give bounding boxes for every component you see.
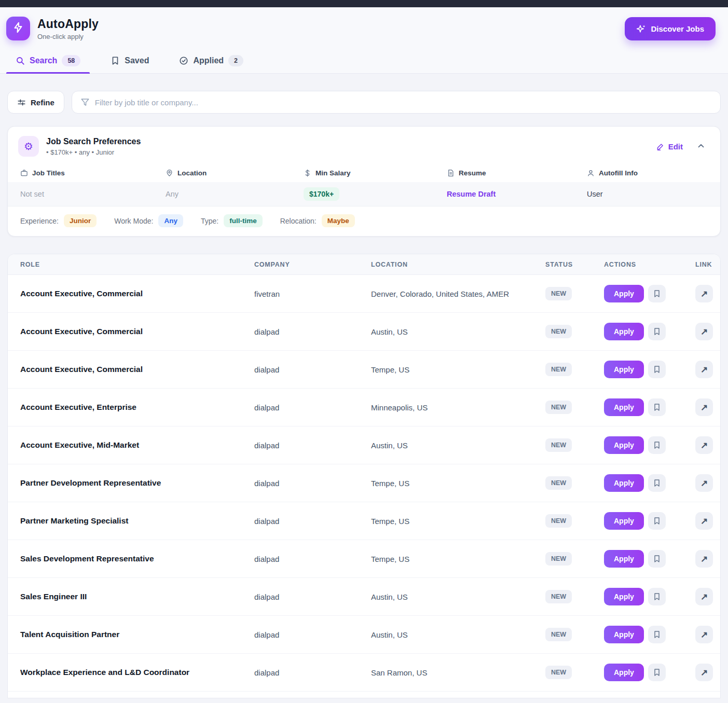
external-link-button[interactable]: ↗ [695, 512, 713, 530]
apply-button[interactable]: Apply [604, 512, 644, 530]
column-header-role: ROLE [20, 261, 254, 268]
job-company: dialpad [254, 517, 371, 526]
status-badge: NEW [545, 325, 572, 338]
sparkles-icon [636, 24, 646, 34]
filter-input-container [72, 91, 721, 114]
external-link-button[interactable]: ↗ [695, 323, 713, 340]
relocation-meta: Relocation: Maybe [280, 214, 355, 227]
status-badge: NEW [545, 401, 572, 414]
column-header-link: LINK [695, 261, 712, 268]
apply-button[interactable]: Apply [604, 588, 644, 605]
tab-search-label: Search [30, 56, 57, 65]
job-location: Tempe, US [371, 365, 545, 374]
apply-button[interactable]: Apply [604, 436, 644, 454]
job-role: Sales Engineer III [20, 592, 254, 601]
bookmark-icon [653, 403, 661, 411]
job-location: Tempe, US [371, 517, 545, 526]
discover-jobs-button[interactable]: Discover Jobs [625, 17, 716, 40]
job-role: Workplace Experience and L&D Coordinator [20, 668, 254, 677]
apply-button[interactable]: Apply [604, 398, 644, 416]
job-titles-value: Not set [20, 190, 44, 198]
funnel-icon [80, 98, 90, 107]
field-label-resume: Resume [447, 165, 587, 182]
table-row: Workplace Experience and L&D Coordinator… [8, 654, 720, 692]
job-company: dialpad [254, 365, 371, 374]
apply-button[interactable]: Apply [604, 361, 644, 378]
job-company: dialpad [254, 327, 371, 336]
bookmark-button[interactable] [648, 474, 666, 492]
work-mode-meta: Work Mode: Any [114, 214, 183, 227]
lightning-bolt-icon [12, 22, 24, 35]
app-tagline: One-click apply [37, 33, 99, 40]
external-link-arrow-icon: ↗ [700, 478, 708, 489]
external-link-button[interactable]: ↗ [695, 398, 713, 416]
job-location: San Ramon, US [371, 668, 545, 677]
bookmark-button[interactable] [648, 323, 666, 340]
bookmark-button[interactable] [648, 626, 666, 643]
external-link-arrow-icon: ↗ [700, 288, 708, 299]
partial-next-row [8, 692, 720, 698]
search-icon [16, 56, 25, 65]
apply-button[interactable]: Apply [604, 474, 644, 492]
job-role: Account Executive, Enterprise [20, 403, 254, 412]
table-body: Account Executive, Commercial fivetran D… [8, 275, 720, 692]
apply-button[interactable]: Apply [604, 550, 644, 568]
external-link-button[interactable]: ↗ [695, 285, 713, 302]
bookmark-button[interactable] [648, 361, 666, 378]
external-link-button[interactable]: ↗ [695, 664, 713, 681]
job-company: dialpad [254, 403, 371, 412]
bookmark-button[interactable] [648, 550, 666, 568]
field-label-autofill-info: Autofill Info [587, 165, 708, 182]
tab-saved[interactable]: Saved [101, 48, 158, 73]
field-label-location: Location [166, 165, 304, 182]
external-link-button[interactable]: ↗ [695, 361, 713, 378]
dollar-icon [304, 169, 311, 177]
job-location: Austin, US [371, 592, 545, 601]
job-company: dialpad [254, 555, 371, 563]
bookmark-button[interactable] [648, 588, 666, 605]
external-link-button[interactable]: ↗ [695, 626, 713, 643]
apply-button[interactable]: Apply [604, 664, 644, 681]
bookmark-icon [653, 290, 661, 298]
bookmark-button[interactable] [648, 512, 666, 530]
external-link-button[interactable]: ↗ [695, 550, 713, 568]
page-title: AutoApply [37, 17, 99, 31]
job-role: Account Executive, Mid-Market [20, 440, 254, 450]
external-link-button[interactable]: ↗ [695, 436, 713, 454]
status-badge: NEW [545, 438, 572, 452]
tab-search[interactable]: Search 58 [6, 48, 90, 73]
resume-link[interactable]: Resume Draft [447, 190, 496, 198]
job-location: Austin, US [371, 630, 545, 639]
job-location: Austin, US [371, 327, 545, 336]
external-link-button[interactable]: ↗ [695, 474, 713, 492]
column-header-company: COMPANY [254, 261, 371, 268]
job-location: Tempe, US [371, 479, 545, 488]
external-link-arrow-icon: ↗ [700, 364, 708, 375]
job-role: Partner Development Representative [20, 478, 254, 488]
job-location: Denver, Colorado, United States, AMER [371, 290, 545, 298]
briefcase-icon [20, 169, 28, 177]
filter-input[interactable] [95, 91, 712, 113]
bookmark-button[interactable] [648, 664, 666, 681]
apply-button[interactable]: Apply [604, 626, 644, 643]
bookmark-button[interactable] [648, 285, 666, 302]
external-link-button[interactable]: ↗ [695, 588, 713, 605]
job-location: Minneapolis, US [371, 403, 545, 412]
sliders-icon [17, 98, 26, 107]
column-header-actions: ACTIONS [604, 261, 695, 268]
status-badge: NEW [545, 476, 572, 490]
job-role: Talent Acquisition Partner [20, 630, 254, 639]
refine-button[interactable]: Refine [7, 91, 64, 114]
apply-button[interactable]: Apply [604, 323, 644, 340]
apply-button[interactable]: Apply [604, 285, 644, 302]
bookmark-icon [653, 668, 661, 677]
gear-icon: ⚙ [18, 136, 39, 157]
edit-preferences-button[interactable]: Edit [656, 142, 683, 151]
experience-badge: Junior [64, 214, 97, 227]
location-value: Any [166, 190, 178, 198]
tab-applied[interactable]: Applied 2 [170, 48, 253, 73]
person-icon [587, 169, 595, 177]
chevron-up-icon[interactable] [696, 141, 706, 152]
bookmark-button[interactable] [648, 436, 666, 454]
bookmark-button[interactable] [648, 398, 666, 416]
